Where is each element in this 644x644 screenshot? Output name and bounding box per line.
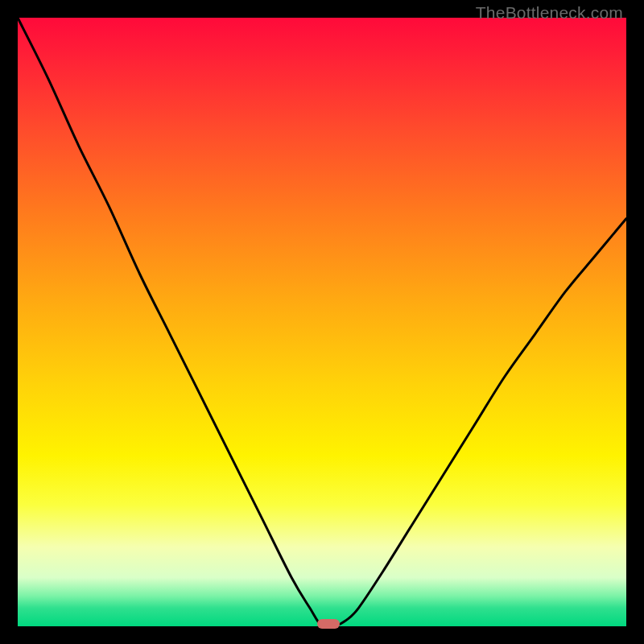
bottleneck-curve <box>18 18 626 626</box>
watermark-text: TheBottleneck.com <box>476 3 623 23</box>
plot-area <box>18 18 626 626</box>
chart-frame: TheBottleneck.com <box>0 0 644 644</box>
optimal-marker <box>317 619 340 629</box>
